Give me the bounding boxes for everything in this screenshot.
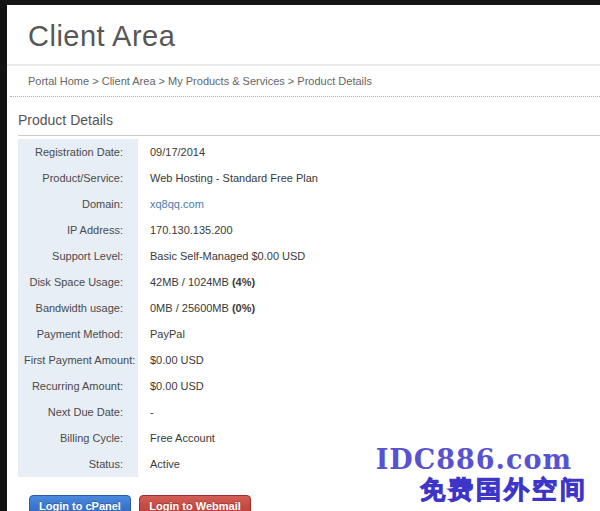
breadcrumb-separator: >: [285, 75, 298, 87]
field-label: Billing Cycle:: [18, 425, 138, 451]
field-value: Active: [138, 451, 318, 477]
field-label: Product/Service:: [18, 165, 138, 191]
table-row: IP Address:170.130.135.200: [18, 217, 318, 243]
field-value: -: [138, 399, 318, 425]
field-label: Disk Space Usage:: [18, 269, 138, 295]
table-row: Disk Space Usage:42MB / 1024MB (4%): [18, 269, 318, 295]
field-value: xq8qq.com: [138, 191, 318, 217]
field-value: 0MB / 25600MB (0%): [138, 295, 318, 321]
table-row: Registration Date:09/17/2014: [18, 139, 318, 165]
login-to-cpanel-button[interactable]: Login to cPanel: [29, 495, 131, 511]
field-value: $0.00 USD: [138, 347, 318, 373]
field-label: Recurring Amount:: [18, 373, 138, 399]
client-area-page: { "page": { "title": "Client Area", "sec…: [0, 0, 600, 511]
usage-percent: (0%): [232, 302, 255, 314]
breadcrumb-item[interactable]: My Products & Services: [168, 75, 285, 87]
section-title: Product Details: [18, 112, 600, 136]
field-label: Bandwidth usage:: [18, 295, 138, 321]
breadcrumb-item[interactable]: Portal Home: [28, 75, 89, 87]
field-value: 42MB / 1024MB (4%): [138, 269, 318, 295]
breadcrumb-item: Product Details: [297, 75, 372, 87]
table-row: Support Level:Basic Self-Managed $0.00 U…: [18, 243, 318, 269]
field-label: Payment Method:: [18, 321, 138, 347]
table-row: Next Due Date:-: [18, 399, 318, 425]
field-label: Status:: [18, 451, 138, 477]
product-details-section: Product Details Registration Date:09/17/…: [7, 112, 600, 511]
breadcrumb-separator: >: [89, 75, 102, 87]
breadcrumb-separator: >: [156, 75, 169, 87]
table-row: Recurring Amount:$0.00 USD: [18, 373, 318, 399]
field-label: Support Level:: [18, 243, 138, 269]
field-label: IP Address:: [18, 217, 138, 243]
field-label: Domain:: [18, 191, 138, 217]
field-value: Free Account: [138, 425, 318, 451]
field-value: $0.00 USD: [138, 373, 318, 399]
page-title: Client Area: [28, 19, 600, 53]
field-value: 09/17/2014: [138, 139, 318, 165]
table-row: Payment Method:PayPal: [18, 321, 318, 347]
field-label: First Payment Amount:: [18, 347, 138, 373]
action-buttons: Login to cPanel Login to Webmail: [29, 495, 600, 511]
table-row: First Payment Amount:$0.00 USD: [18, 347, 318, 373]
field-value: 170.130.135.200: [138, 217, 318, 243]
field-value: PayPal: [138, 321, 318, 347]
domain-link[interactable]: xq8qq.com: [150, 198, 204, 210]
table-row: Billing Cycle:Free Account: [18, 425, 318, 451]
field-label: Next Due Date:: [18, 399, 138, 425]
login-to-webmail-button[interactable]: Login to Webmail: [139, 495, 250, 511]
breadcrumb: Portal Home > Client Area > My Products …: [10, 66, 600, 97]
table-row: Status:Active: [18, 451, 318, 477]
product-details-table: Registration Date:09/17/2014Product/Serv…: [18, 139, 318, 477]
breadcrumb-item[interactable]: Client Area: [102, 75, 156, 87]
usage-percent: (4%): [232, 276, 255, 288]
field-label: Registration Date:: [18, 139, 138, 165]
table-row: Domain:xq8qq.com: [18, 191, 318, 217]
field-value: Basic Self-Managed $0.00 USD: [138, 243, 318, 269]
field-value: Web Hosting - Standard Free Plan: [138, 165, 318, 191]
table-row: Bandwidth usage:0MB / 25600MB (0%): [18, 295, 318, 321]
table-row: Product/Service:Web Hosting - Standard F…: [18, 165, 318, 191]
